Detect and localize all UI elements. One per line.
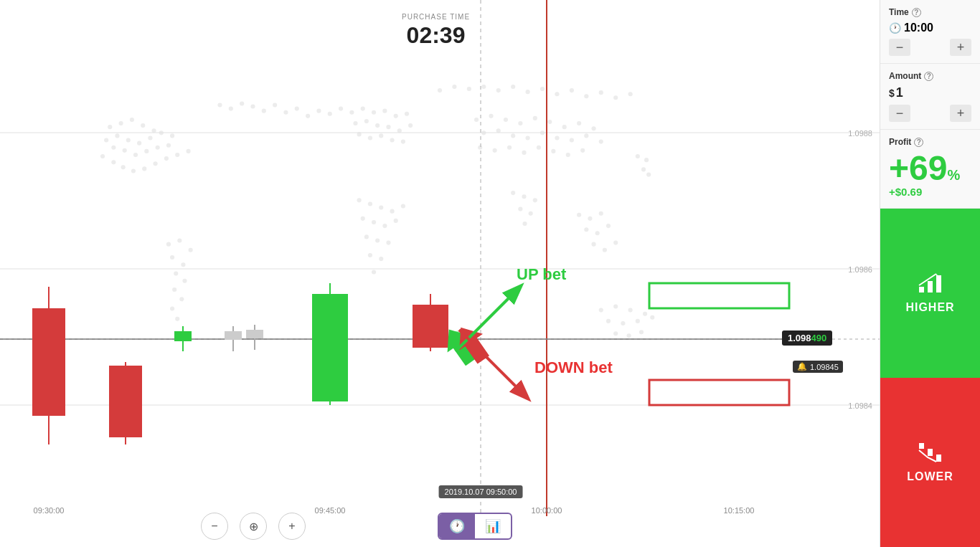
svg-point-96: [599, 308, 603, 313]
amount-plus-button[interactable]: +: [950, 105, 971, 122]
svg-point-61: [372, 220, 376, 224]
svg-point-19: [111, 160, 116, 164]
time-minus-button[interactable]: −: [889, 39, 910, 56]
time-range-clock[interactable]: 🕐: [439, 514, 475, 538]
svg-point-109: [240, 101, 244, 105]
chart-area: PURCHASE TIME 02:39 UP bet DOWN bet 1.09…: [0, 0, 880, 547]
svg-point-125: [526, 90, 530, 94]
amount-info-icon[interactable]: ?: [924, 72, 933, 81]
amount-minus-button[interactable]: −: [889, 105, 910, 122]
price-label-1: 1.0988: [848, 129, 872, 138]
svg-point-143: [577, 213, 581, 217]
higher-button[interactable]: HIGHER: [880, 209, 980, 378]
time-range-selector[interactable]: 🕐 📊: [438, 513, 512, 540]
svg-point-135: [533, 198, 537, 202]
svg-point-6: [126, 138, 131, 142]
svg-point-103: [650, 315, 654, 320]
svg-point-77: [577, 121, 581, 125]
svg-point-43: [405, 112, 409, 116]
chart-toolbar: − ⊕ +: [201, 513, 306, 540]
svg-rect-181: [919, 287, 924, 292]
svg-point-127: [555, 92, 559, 96]
svg-point-2: [130, 118, 134, 122]
purchase-time-display: PURCHASE TIME 02:39: [402, 13, 470, 49]
svg-point-110: [250, 104, 255, 108]
time-plus-button[interactable]: +: [950, 39, 971, 56]
zoom-in-button[interactable]: +: [278, 513, 306, 540]
svg-point-74: [533, 116, 537, 120]
svg-point-138: [522, 222, 527, 226]
svg-point-149: [591, 242, 595, 247]
svg-point-58: [390, 209, 395, 214]
svg-point-65: [375, 238, 380, 242]
amount-label: Amount ?: [889, 71, 971, 81]
svg-point-78: [591, 126, 595, 130]
svg-point-133: [511, 191, 515, 195]
svg-point-75: [547, 120, 552, 124]
svg-point-42: [394, 114, 398, 118]
svg-point-10: [170, 133, 174, 138]
svg-point-20: [121, 165, 126, 169]
svg-point-126: [540, 87, 545, 91]
svg-point-129: [584, 94, 588, 98]
svg-point-7: [137, 141, 141, 146]
crosshair-button[interactable]: ⊕: [240, 513, 267, 540]
svg-point-94: [566, 153, 570, 157]
svg-rect-182: [928, 281, 933, 292]
time-info-icon[interactable]: ?: [912, 8, 921, 17]
candle-icon: 📊: [485, 518, 501, 534]
svg-point-117: [328, 112, 332, 116]
svg-point-53: [390, 138, 395, 142]
time-label-0: 09:30:00: [34, 506, 65, 515]
svg-point-146: [584, 227, 588, 232]
svg-point-62: [382, 224, 387, 228]
svg-point-128: [570, 88, 574, 92]
svg-point-64: [364, 234, 369, 239]
time-label: Time ?: [889, 7, 971, 17]
lower-button[interactable]: LOWER: [880, 378, 980, 547]
svg-point-91: [522, 151, 526, 155]
lower-icon: [918, 442, 943, 467]
svg-point-17: [166, 143, 171, 148]
higher-icon: [918, 272, 943, 298]
svg-point-56: [368, 201, 372, 206]
time-section: Time ? 🕐 10:00 − +: [880, 0, 980, 64]
svg-point-81: [511, 133, 515, 138]
svg-point-150: [603, 248, 607, 252]
svg-point-87: [599, 140, 603, 144]
time-range-candle[interactable]: 📊: [475, 514, 511, 538]
svg-point-79: [481, 130, 486, 135]
current-price-badge: 1.098490: [782, 330, 832, 346]
svg-point-111: [262, 109, 266, 113]
svg-point-40: [372, 110, 376, 115]
svg-point-83: [540, 130, 545, 135]
svg-point-54: [401, 140, 405, 144]
price-label-3: 1.0984: [848, 401, 872, 410]
svg-point-148: [606, 224, 611, 228]
svg-point-46: [375, 123, 380, 128]
profit-amount-display: +$0.69: [889, 186, 971, 198]
profit-info-icon[interactable]: ?: [914, 138, 923, 147]
svg-point-9: [159, 130, 164, 135]
zoom-out-button[interactable]: −: [201, 513, 228, 540]
svg-point-151: [613, 241, 618, 245]
svg-point-66: [386, 241, 390, 245]
svg-point-140: [644, 158, 649, 162]
svg-point-38: [349, 110, 354, 115]
clock-display-icon: 🕐: [889, 22, 901, 34]
svg-point-122: [481, 85, 486, 89]
svg-point-142: [646, 173, 651, 177]
svg-point-86: [584, 133, 588, 138]
svg-point-113: [283, 110, 288, 115]
svg-point-73: [518, 121, 522, 125]
svg-point-59: [401, 204, 405, 208]
svg-point-41: [382, 109, 387, 113]
down-bet-annotation: DOWN bet: [534, 358, 613, 377]
svg-point-112: [273, 103, 277, 107]
lower-label: LOWER: [907, 470, 953, 483]
bell-icon: 🔔: [797, 362, 807, 371]
svg-point-119: [438, 88, 442, 92]
svg-point-121: [467, 87, 471, 91]
svg-point-92: [537, 146, 541, 150]
svg-point-145: [599, 211, 603, 216]
